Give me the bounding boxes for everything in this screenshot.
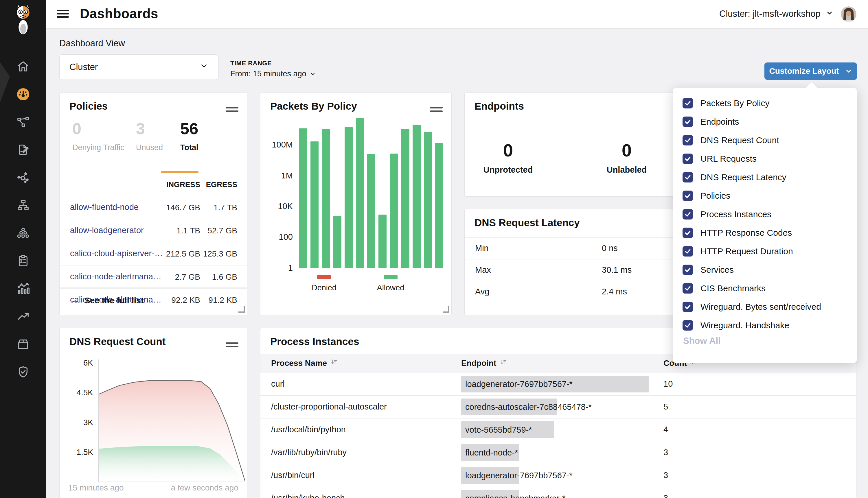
unlabeled-count: 0 [607,141,647,159]
drag-handle-icon[interactable] [430,105,443,114]
customize-layout-button[interactable]: Customize Layout [764,63,857,80]
policy-row[interactable]: calico-node-alertmana… 2.7 GB 1.6 GB [60,265,247,288]
checkbox-checked[interactable] [683,302,693,312]
sidebar-item-threat-defense[interactable] [0,358,46,386]
menu-item-url-requests[interactable]: URL Requests [683,149,857,168]
avg-value: 2.4 ms [602,287,627,297]
egress-value: 1.6 GB [212,272,237,282]
dns-request-count-card: DNS Request Count 6K 4.5K 3K 1.5K 15 min [59,328,247,498]
home-icon [16,60,30,73]
process-row: /cluster-proportional-autoscaler coredns… [260,396,856,418]
process-name-sort-header[interactable]: Process Name [271,358,338,368]
policy-row[interactable]: allow-loadgenerator 1.1 TB 52.7 GB [60,219,247,242]
view-select-value: Cluster [69,62,200,72]
checkbox-checked[interactable] [683,98,693,108]
menu-item-http-response-codes[interactable]: HTTP Response Codes [683,224,857,242]
sidebar-item-home[interactable] [0,53,46,80]
dashboard-view-select[interactable]: Cluster [59,54,218,80]
sidebar-item-network-topology[interactable] [0,192,46,219]
egress-column-header: EGRESS [206,180,237,189]
checkbox-checked[interactable] [683,265,693,275]
policy-link[interactable]: calico-cloud-apiserver-… [70,249,163,258]
menu-item-wireguard-handshake[interactable]: Wireguard. Handshake [683,316,857,335]
policy-link[interactable]: allow-fluentd-node [70,202,139,212]
menu-item-cis-benchmarks[interactable]: CIS Benchmarks [683,279,857,298]
policy-link[interactable]: calico-node-alertmana… [70,272,161,281]
policy-link[interactable]: allow-loadgenerator [70,226,144,235]
avatar[interactable] [841,6,856,22]
checkbox-checked[interactable] [683,227,693,238]
dashboard-page: Dashboards Cluster: jlt-msft-workshop [0,0,868,498]
area-chart [99,360,245,482]
menu-item-services[interactable]: Services [683,261,857,279]
checkbox-checked[interactable] [683,209,693,220]
count-value: 10 [663,379,673,389]
endpoints-card-title: Endpoints [475,100,524,112]
checkbox-checked[interactable] [683,135,693,145]
checkbox-checked[interactable] [683,283,693,293]
cluster-selector[interactable]: Cluster: jlt-msft-workshop [719,9,833,19]
menu-item-policies[interactable]: Policies [683,186,857,205]
checkbox-checked[interactable] [683,154,693,164]
dns-count-card-title: DNS Request Count [69,336,166,347]
policy-row[interactable]: calico-cloud-apiserver-… 212.5 GB 125.3 … [60,242,247,265]
process-row: /usr/local/bin/python vote-5655bd759-* 4 [260,418,856,441]
packets-card-title: Packets By Policy [270,100,357,112]
y-tick: 10K [264,201,293,211]
hamburger-menu-icon[interactable] [57,8,69,19]
sidebar-item-service-graph[interactable] [0,164,46,192]
time-range-value: From: 15 minutes ago [230,69,307,78]
endpoint-sort-header[interactable]: Endpoint [461,358,507,368]
policies-tab-denying[interactable]: 0 Denying Traffic [72,121,125,152]
resize-handle[interactable] [443,306,449,313]
sidebar-item-compliance-reports[interactable] [0,247,46,275]
packets-by-policy-card: Packets By Policy 100M 1M 10K 100 1 Deni… [260,93,452,315]
checkbox-checked[interactable] [683,320,693,330]
policy-row[interactable]: allow-fluentd-node 146.7 GB 1.7 TB [60,196,247,219]
cluster-circles-icon [16,226,30,240]
process-row: curl loadgenerator-7697bb7567-* 10 [260,373,856,396]
y-tick: 100 [264,232,293,242]
ingress-value: 212.5 GB [166,249,200,259]
menu-item-process-instances[interactable]: Process Instances [683,205,857,224]
menu-item-dns-request-count[interactable]: DNS Request Count [683,131,857,149]
checkbox-checked[interactable] [683,191,693,201]
ingress-value: 2.7 GB [175,272,200,282]
menu-item-endpoints[interactable]: Endpoints [683,113,857,131]
checkbox-checked[interactable] [683,117,693,127]
sidebar-item-trends[interactable] [0,302,46,330]
y-tick: 3K [64,418,93,427]
menu-item-http-request-duration[interactable]: HTTP Request Duration [683,242,857,261]
drag-handle-icon[interactable] [226,105,238,114]
show-all-link[interactable]: Show All [683,336,721,346]
unlabeled-label: Unlabeled [607,165,647,175]
arrow-right-icon: → [70,295,79,305]
calico-cat-logo[interactable] [14,3,33,37]
menu-item-wireguard-bytes[interactable]: Wireguard. Bytes sent/received [683,298,857,316]
see-full-list-link[interactable]: → See the full list [60,287,247,316]
ingress-column-header: INGRESS [166,180,200,189]
resize-handle[interactable] [238,306,245,313]
menu-item-packets-by-policy[interactable]: Packets By Policy [683,94,857,113]
denying-count: 0 [72,121,125,137]
sidebar-item-dashboards-active[interactable] [0,80,46,108]
menu-item-dns-request-latency[interactable]: DNS Request Latency [683,168,857,186]
legend-item-allowed: Allowed [370,275,411,292]
policies-tab-unused[interactable]: 3 Unused [136,121,163,152]
allowed-bar [413,124,421,268]
drag-handle-icon[interactable] [226,340,238,349]
checkbox-checked[interactable] [683,246,693,257]
sidebar-item-image-assurance[interactable] [0,330,46,358]
time-range-control[interactable]: TIME RANGE From: 15 minutes ago [230,60,316,78]
sidebar-item-policy-recommendations[interactable] [0,136,46,164]
endpoint-chip: compliance-benchmarker-* [461,490,519,498]
policies-card-title: Policies [69,100,108,112]
sidebar-item-network-flows[interactable] [0,108,46,136]
policies-tab-total[interactable]: 56 Total [180,121,198,152]
sidebar-item-clusters[interactable] [0,219,46,247]
sidebar-item-metrics[interactable] [0,275,46,302]
total-count: 56 [180,121,198,137]
process-name: curl [271,379,285,389]
cluster-selector-label: Cluster: jlt-msft-workshop [719,9,820,19]
checkbox-checked[interactable] [683,172,693,183]
